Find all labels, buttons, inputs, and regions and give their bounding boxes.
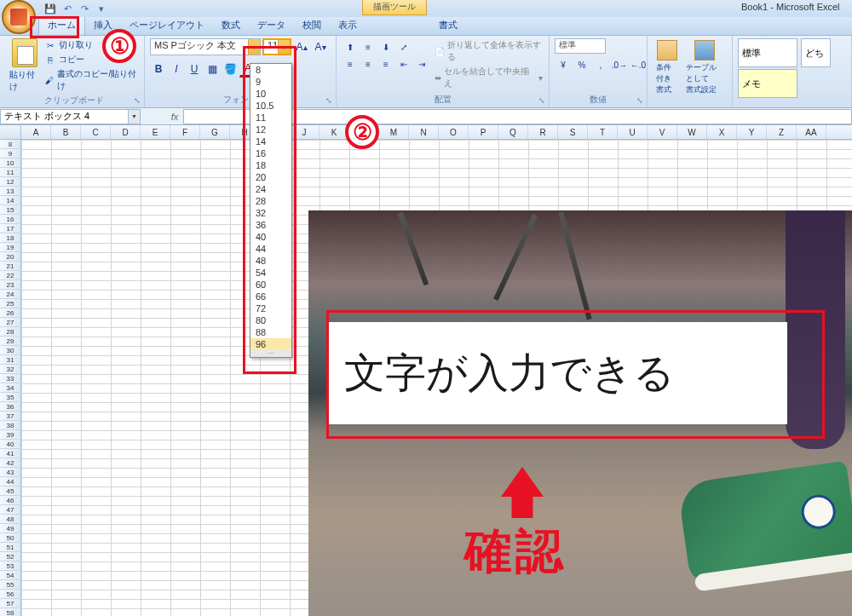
border-button[interactable]: ▦ (204, 60, 221, 78)
name-box[interactable]: テキスト ボックス 4▼ (0, 109, 141, 124)
row-header[interactable]: 35 (0, 393, 21, 402)
row-header[interactable]: 47 (0, 505, 21, 515)
column-header[interactable]: Q (498, 125, 528, 139)
row-header[interactable]: 24 (0, 290, 21, 299)
row-header[interactable]: 43 (0, 468, 21, 477)
save-icon[interactable]: 💾 (43, 2, 58, 15)
row-header[interactable]: 27 (0, 318, 21, 327)
row-header[interactable]: 36 (0, 402, 21, 412)
tab-home[interactable]: ホーム (38, 14, 85, 35)
row-header[interactable]: 26 (0, 308, 21, 318)
row-header[interactable]: 49 (0, 524, 21, 533)
font-size-option[interactable]: 96 (250, 338, 291, 350)
font-size-option[interactable]: 9 (250, 76, 291, 88)
font-size-option[interactable]: 10.5 (250, 100, 291, 112)
conditional-format-button[interactable]: 条件付き 書式 (653, 38, 681, 97)
row-header[interactable]: 20 (0, 252, 21, 262)
font-size-option[interactable]: 16 (250, 147, 291, 159)
font-size-option[interactable]: 80 (250, 314, 291, 326)
row-header[interactable]: 37 (0, 412, 21, 421)
column-header[interactable]: B (51, 125, 81, 139)
row-header[interactable]: 39 (0, 430, 21, 440)
row-header[interactable]: 21 (0, 262, 21, 271)
font-size-option[interactable]: 36 (250, 219, 291, 231)
row-header[interactable]: 8 (0, 140, 21, 149)
cell-style-other[interactable]: どち (801, 38, 831, 67)
row-header[interactable]: 30 (0, 346, 21, 355)
align-bottom-button[interactable]: ⬇ (377, 38, 394, 55)
number-format-combo[interactable]: 標準 (555, 38, 606, 54)
office-button[interactable] (2, 0, 36, 34)
row-header[interactable]: 42 (0, 458, 21, 468)
row-header[interactable]: 52 (0, 552, 21, 561)
row-header[interactable]: 11 (0, 168, 21, 177)
qat-customize-icon[interactable]: ▾ (94, 2, 109, 15)
decrease-indent-button[interactable]: ⇤ (395, 55, 412, 72)
comma-button[interactable]: , (592, 56, 609, 73)
column-header[interactable]: Z (767, 125, 797, 139)
row-header[interactable]: 50 (0, 533, 21, 543)
row-header[interactable]: 19 (0, 243, 21, 252)
textbox[interactable]: 文字が入力できる (327, 322, 787, 424)
row-header[interactable]: 56 (0, 590, 21, 599)
select-all-corner[interactable] (0, 125, 21, 139)
column-header[interactable]: T (588, 125, 618, 139)
font-size-option[interactable]: 8 (250, 64, 291, 76)
font-size-option[interactable]: 32 (250, 207, 291, 219)
row-header[interactable]: 13 (0, 187, 21, 196)
cell-grid[interactable]: 文字が入力できる (21, 140, 852, 616)
column-header[interactable]: J (290, 125, 320, 139)
align-middle-button[interactable]: ≡ (360, 38, 377, 55)
column-header[interactable]: E (141, 125, 170, 139)
font-size-option[interactable]: 12 (250, 124, 291, 135)
format-painter-button[interactable]: 🖌書式のコピー/貼り付け (43, 67, 139, 93)
number-launcher[interactable]: ⤡ (635, 95, 645, 106)
column-header[interactable]: S (558, 125, 588, 139)
column-header[interactable]: F (170, 125, 200, 139)
row-header[interactable]: 45 (0, 486, 21, 496)
increase-decimal-button[interactable]: .0→ (611, 56, 628, 73)
column-header[interactable]: M (379, 125, 409, 139)
font-launcher[interactable]: ⤡ (324, 95, 334, 106)
align-top-button[interactable]: ⬆ (342, 38, 359, 55)
row-header[interactable]: 12 (0, 177, 21, 187)
row-header[interactable]: 58 (0, 608, 21, 616)
row-header[interactable]: 25 (0, 299, 21, 308)
underline-button[interactable]: U (186, 60, 203, 78)
row-header[interactable]: 28 (0, 327, 21, 337)
font-size-option[interactable]: 88 (250, 326, 291, 338)
row-header[interactable]: 38 (0, 421, 21, 430)
row-header[interactable]: 46 (0, 496, 21, 505)
fill-color-button[interactable]: 🪣 (222, 60, 239, 78)
column-header[interactable]: C (81, 125, 111, 139)
row-header[interactable]: 51 (0, 543, 21, 552)
align-right-button[interactable]: ≡ (377, 55, 394, 72)
row-header[interactable]: 54 (0, 571, 21, 580)
row-header[interactable]: 22 (0, 271, 21, 280)
font-size-option[interactable]: 18 (250, 159, 291, 171)
font-size-option[interactable]: 60 (250, 279, 291, 291)
fx-icon[interactable]: fx (166, 112, 183, 122)
font-size-dropdown[interactable]: 891010.511121416182024283236404448546066… (250, 63, 292, 358)
orientation-button[interactable]: ⤢ (395, 38, 412, 55)
alignment-launcher[interactable]: ⤡ (537, 95, 547, 106)
row-header[interactable]: 31 (0, 355, 21, 365)
column-header[interactable]: G (200, 125, 230, 139)
percent-button[interactable]: % (573, 56, 590, 73)
row-header[interactable]: 34 (0, 383, 21, 393)
table-format-button[interactable]: テーブルとして 書式設定 (682, 38, 727, 97)
column-header[interactable]: A (21, 125, 51, 139)
row-header[interactable]: 16 (0, 215, 21, 224)
decrease-decimal-button[interactable]: ←.0 (630, 56, 647, 73)
column-header[interactable]: U (618, 125, 648, 139)
cell-style-normal[interactable]: 標準 (738, 38, 797, 67)
row-header[interactable]: 29 (0, 337, 21, 346)
decrease-font-button[interactable]: A▾ (312, 38, 329, 55)
font-size-option[interactable]: 40 (250, 231, 291, 243)
font-size-option[interactable]: 66 (250, 291, 291, 302)
row-header[interactable]: 17 (0, 224, 21, 233)
column-header[interactable]: AA (797, 125, 826, 139)
row-header[interactable]: 14 (0, 196, 21, 205)
undo-icon[interactable]: ↶ (60, 2, 75, 15)
clipboard-launcher[interactable]: ⤡ (132, 95, 142, 106)
